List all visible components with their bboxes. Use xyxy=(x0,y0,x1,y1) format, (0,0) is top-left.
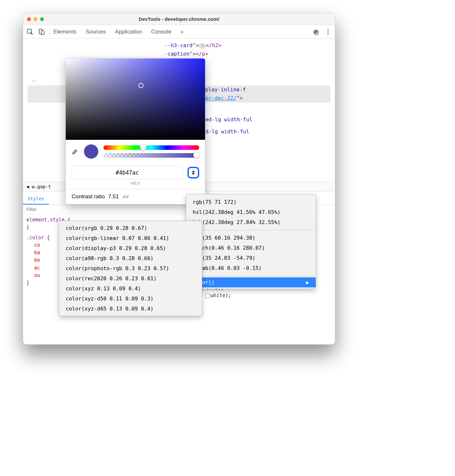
spectrum-thumb-icon[interactable] xyxy=(138,83,144,88)
format-option[interactable]: lch(35 60.16 294.38) xyxy=(186,233,316,243)
svg-point-4 xyxy=(327,29,329,30)
submenu-option[interactable]: color(xyz-d50 0.11 0.09 0.3) xyxy=(59,294,202,304)
titlebar: DevTools - developer.chrome.com/ xyxy=(23,13,335,25)
eyedropper-icon[interactable] xyxy=(72,148,79,155)
ellipsis-badge[interactable]: ⋯ xyxy=(199,43,206,48)
main-toolbar: Elements Sources Application Console » xyxy=(23,25,335,39)
chevron-down-icon xyxy=(192,173,195,175)
settings-gear-icon[interactable] xyxy=(312,28,319,35)
submenu-option[interactable]: color(xyz 0.13 0.09 0.4) xyxy=(59,284,202,294)
format-option[interactable]: oklch(0.46 0.16 280.07) xyxy=(186,243,316,253)
tab-console[interactable]: Console xyxy=(151,29,171,35)
tabs-overflow-icon[interactable]: » xyxy=(181,29,184,35)
window-title: DevTools - developer.chrome.com/ xyxy=(23,16,335,22)
svg-point-3 xyxy=(315,31,317,33)
inspect-icon[interactable] xyxy=(26,28,34,35)
hue-slider[interactable] xyxy=(103,145,199,150)
submenu-option[interactable]: color(xyz-d65 0.13 0.09 0.4) xyxy=(59,304,202,314)
hue-thumb-icon[interactable] xyxy=(140,144,146,151)
format-option[interactable]: hwb(242.38deg 27.84% 32.55%) xyxy=(186,217,316,227)
submenu-option[interactable]: color(display-p3 0.29 0.28 0.65) xyxy=(59,243,202,253)
chevron-up-icon xyxy=(192,170,195,172)
tab-sources[interactable]: Sources xyxy=(86,29,106,35)
device-toggle-icon[interactable] xyxy=(38,28,45,35)
submenu-arrow-icon: ▶ xyxy=(306,279,309,285)
tab-elements[interactable]: Elements xyxy=(53,29,76,35)
color-format-menu: rgb(75 71 172) hsl(242.38deg 41.56% 47.6… xyxy=(186,194,316,289)
current-color-swatch xyxy=(84,144,98,159)
submenu-option[interactable]: color(srgb 0.29 0.28 0.67) xyxy=(59,223,202,233)
devtools-window: DevTools - developer.chrome.com/ Element… xyxy=(23,13,335,345)
spectrum-area[interactable] xyxy=(66,59,205,140)
hex-input[interactable] xyxy=(72,166,183,179)
format-toggle-button[interactable] xyxy=(187,167,199,178)
tab-application[interactable]: Application xyxy=(115,29,142,35)
elements-panel: --h3-card">⋯</h2> -caption"></p> </div> … xyxy=(23,39,335,344)
svg-point-6 xyxy=(327,33,329,34)
alpha-slider[interactable] xyxy=(103,153,199,158)
color-picker-popover: HEX Contrast ratio 7.51 ✓✓ xyxy=(65,58,205,205)
submenu-option[interactable]: color(prophoto-rgb 0.3 0.23 0.57) xyxy=(59,263,202,273)
contrast-row[interactable]: Contrast ratio 7.51 ✓✓ xyxy=(66,189,205,204)
panel-tabs: Elements Sources Application Console » xyxy=(53,29,184,35)
format-option[interactable]: rgb(75 71 172) xyxy=(186,197,316,207)
breadcrumb-item[interactable]: w.gap-t xyxy=(32,184,51,189)
format-option[interactable]: lab(35 24.83 -54.79) xyxy=(186,253,316,263)
check-icon: ✓✓ xyxy=(122,193,128,200)
more-vert-icon[interactable] xyxy=(324,28,332,35)
format-option[interactable]: hsl(242.38deg 41.56% 47.65%) xyxy=(186,207,316,217)
format-option-color-fn[interactable]: color() ▶ xyxy=(186,277,316,287)
format-option[interactable]: oklab(0.46 0.03 -0.15) xyxy=(186,263,316,273)
submenu-option[interactable]: color(rec2020 0.26 0.23 0.61) xyxy=(59,273,202,284)
submenu-option[interactable]: color(srgb-linear 0.07 0.06 0.41) xyxy=(59,233,202,243)
alpha-thumb-icon[interactable] xyxy=(193,152,200,158)
styles-filter-input[interactable] xyxy=(23,205,87,214)
breadcrumb-back-icon[interactable]: ◀ xyxy=(26,184,29,189)
color-swatch-icon[interactable] xyxy=(205,294,210,298)
svg-rect-2 xyxy=(41,31,44,34)
tab-styles[interactable]: Styles xyxy=(23,193,49,205)
format-label: HEX xyxy=(66,181,205,189)
svg-point-5 xyxy=(327,31,329,33)
color-fn-submenu: color(srgb 0.29 0.28 0.67) color(srgb-li… xyxy=(59,221,202,316)
submenu-option[interactable]: color(a98-rgb 0.3 0.28 0.66) xyxy=(59,253,202,263)
